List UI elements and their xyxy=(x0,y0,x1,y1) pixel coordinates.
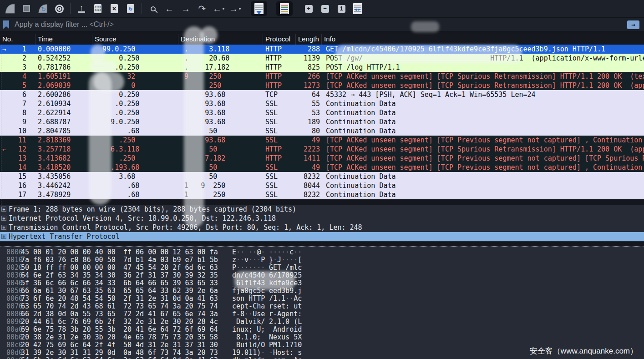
cell-len: 49 xyxy=(296,163,322,172)
cell-len: 55 xyxy=(296,99,322,108)
toolbar-next-packet-button[interactable]: → xyxy=(228,1,242,16)
toolbar-go-to-packet-button[interactable]: ↷ xyxy=(195,1,209,16)
toolbar-go-back-button[interactable]: ← xyxy=(162,1,176,16)
cell-no: 14 xyxy=(0,163,35,172)
hex-bytes: 4e 65 78 75 73 20 35 58 xyxy=(123,334,218,341)
hex-row-0010[interactable]: 00107a f6 03 76 c0 86 00 507d b1 4a 03 b… xyxy=(0,256,644,264)
hex-row-0020[interactable]: 002050 18 ff ff 00 00 00 0047 45 54 20 2… xyxy=(0,264,644,272)
apply-filter-button[interactable]: → xyxy=(627,20,639,29)
toolbar-save-file-button[interactable]: 01010110 xyxy=(91,1,105,16)
toolbar-start-capture-button[interactable] xyxy=(3,1,17,16)
filter-bookmark-icon[interactable] xyxy=(3,20,9,29)
hex-ascii: 8.1.0; xyxy=(232,334,267,341)
hex-ascii: 19.011)· xyxy=(232,349,267,357)
hex-row-0060[interactable]: 006073 6f 6e 20 48 54 54 502f 31 2e 31 0… xyxy=(0,295,644,303)
toolbar-stop-capture-button[interactable] xyxy=(20,1,33,16)
detail-line-1[interactable]: +Internet Protocol Version 4, Src: 18.99… xyxy=(0,214,644,223)
hex-bytes: 50 18 ff ff 00 00 00 00 xyxy=(21,264,123,272)
detail-line-2[interactable]: +Transmission Control Protocol, Src Port… xyxy=(0,223,644,232)
column-header-no[interactable]: No. xyxy=(0,34,35,45)
hex-row-0050[interactable]: 005066 6a 61 30 67 63 35 6365 65 64 33 6… xyxy=(0,287,644,295)
expander-plus-icon[interactable]: + xyxy=(1,234,6,239)
detail-line-3[interactable]: +Hypertext Transfer Protocol xyxy=(0,232,644,241)
hex-bytes: 20 41 6e 64 72 6f 69 64 xyxy=(123,326,218,334)
hex-row-0000[interactable]: 000045 00 01 20 00 00 40 00ff 06 00 00 1… xyxy=(0,248,644,256)
toolbar-zoom-100-button[interactable]: 1 xyxy=(335,1,348,16)
related-packet-marker: ← xyxy=(2,145,6,154)
zoom-out-icon: − xyxy=(321,5,329,13)
hex-ascii: ·····c·· xyxy=(269,248,302,256)
toolbar-restart-capture-button[interactable]: ↻ xyxy=(36,1,50,16)
hex-row-0030[interactable]: 003064 6e 2f 63 34 35 34 3036 2f 31 37 3… xyxy=(0,272,644,279)
hex-bytes: 36 2f 31 37 30 39 32 35 xyxy=(123,272,218,279)
hex-offset: 0040 xyxy=(6,279,21,287)
cell-proto: SSL xyxy=(263,117,296,126)
redaction-smudge xyxy=(335,45,522,63)
hex-dump-pane[interactable]: 000045 00 01 20 00 00 40 00ff 06 00 00 1… xyxy=(0,246,644,359)
cell-time: 2.688787 xyxy=(35,117,92,126)
hex-row-0040[interactable]: 00405f 36 6c 66 6c 66 34 336b 64 66 65 3… xyxy=(0,279,644,287)
expander-plus-icon[interactable]: + xyxy=(1,216,6,221)
reload-icon: ↻ xyxy=(127,4,134,13)
watermark: 安全客（www.anquanke.com） xyxy=(530,346,638,356)
toolbar-close-file-button[interactable]: × xyxy=(107,1,121,16)
cell-no: 16 xyxy=(0,181,35,190)
cell-proto: SSL xyxy=(263,136,296,145)
expander-plus-icon[interactable]: + xyxy=(1,225,6,230)
cell-src: 99.0.250 xyxy=(92,45,178,54)
toolbar-reload-file-button[interactable]: ↻ xyxy=(124,1,137,16)
toolbar-auto-scroll-toggle-button[interactable] xyxy=(251,1,267,16)
cell-info: [TCP ACKed unseen segment] [TCP Spurious… xyxy=(322,145,644,154)
hex-offset: 0010 xyxy=(6,256,21,264)
hex-bytes: 66 6a 61 30 67 63 35 63 xyxy=(21,287,123,295)
cell-proto: HTTP xyxy=(263,72,296,81)
hex-row-0070[interactable]: 007063 65 70 74 2d 43 68 6172 73 65 74 3… xyxy=(0,303,644,310)
hex-bytes: 7d b1 4a 03 b9 e7 b1 5b xyxy=(123,256,218,264)
hex-row-0090[interactable]: 009020 44 61 6c 76 69 6b 2f32 2e 31 2e 3… xyxy=(0,318,644,326)
hex-bytes: 0a 48 6f 73 74 3a 20 73 xyxy=(123,349,218,357)
detail-text: Frame 1: 288 bytes on wire (2304 bits), … xyxy=(9,205,296,213)
hex-ascii: son HTTP xyxy=(232,295,267,303)
toolbar-find-packet-button[interactable] xyxy=(146,1,160,16)
column-header-length[interactable]: Length xyxy=(296,34,322,45)
cell-info: Continuation Data xyxy=(322,99,396,108)
cell-proto: SSL xyxy=(263,181,296,190)
detail-line-0[interactable]: +Frame 1: 288 bytes on wire (2304 bits),… xyxy=(0,205,644,214)
hex-ascii: f-8··Use xyxy=(232,310,267,318)
hex-row-00b0[interactable]: 00b020 38 2e 31 2e 30 3b 204e 65 78 75 7… xyxy=(0,334,644,341)
cell-proto: SSL xyxy=(263,190,296,199)
toolbar-colorize-toggle-button[interactable] xyxy=(276,1,293,16)
column-header-info[interactable]: Info xyxy=(322,34,644,45)
hex-ascii: r-Agent: xyxy=(269,310,302,318)
auto-scroll-icon xyxy=(254,3,264,14)
cell-info: Continuation Data xyxy=(322,117,396,126)
cell-proto: HTTP xyxy=(263,154,296,163)
toolbar-zoom-out-button[interactable]: − xyxy=(318,1,332,16)
stop-icon xyxy=(23,5,30,12)
toolbar-previous-packet-button[interactable]: ← xyxy=(212,1,225,16)
expander-plus-icon[interactable]: + xyxy=(1,207,6,212)
hex-bytes: 6b 64 66 65 39 63 65 33 xyxy=(123,279,218,287)
hex-ascii: Dalvik/ xyxy=(232,318,267,326)
column-header-protocol[interactable]: Protocol xyxy=(263,34,296,45)
toolbar-zoom-in-button[interactable]: + xyxy=(302,1,315,16)
packet-details-pane: +Frame 1: 288 bytes on wire (2304 bits),… xyxy=(0,205,644,242)
hex-ascii: .com··Ac xyxy=(269,357,302,359)
hex-bytes: 31 39 2e 30 31 31 29 0d xyxy=(21,349,123,357)
hex-bytes: 66 2d 38 0d 0a 55 73 65 xyxy=(21,310,123,318)
hex-bytes: 2e 63 6f 6d 0d 0a 41 63 xyxy=(123,357,218,359)
display-filter-input[interactable] xyxy=(14,20,627,29)
column-header-time[interactable]: Time xyxy=(35,34,92,45)
cell-len: 49 xyxy=(296,136,322,145)
cell-info: POST /log HTTP/1.1 xyxy=(322,63,400,72)
cell-proto: SSL xyxy=(263,99,296,108)
hex-row-0080[interactable]: 008066 2d 38 0d 0a 55 73 6572 2d 41 67 6… xyxy=(0,310,644,318)
hex-row-00a0[interactable]: 00a069 6e 75 78 3b 20 55 3b20 41 6e 64 7… xyxy=(0,326,644,334)
toolbar-open-file-button[interactable]: ↑ xyxy=(75,1,88,16)
hex-row-00e0[interactable]: 00e064 6b 2e 6d 6c 63 64 6e2e 63 6f 6d 0… xyxy=(0,357,644,359)
toolbar-go-forward-button[interactable]: → xyxy=(179,1,193,16)
toolbar-capture-options-button[interactable] xyxy=(52,1,66,16)
column-header-source[interactable]: Source xyxy=(92,34,178,45)
cell-proto: HTTP xyxy=(263,45,296,54)
toolbar-resize-columns-button[interactable]: ◂▸ xyxy=(351,1,365,16)
